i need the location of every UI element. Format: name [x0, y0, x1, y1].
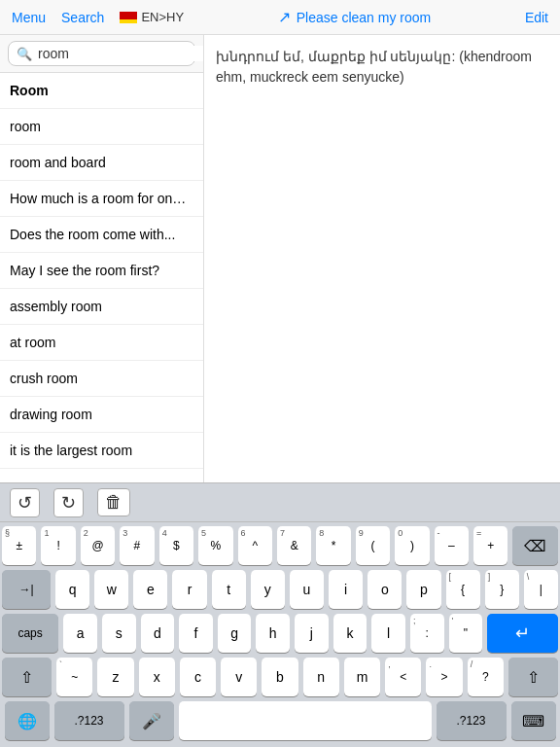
key-z[interactable]: z — [97, 658, 133, 696]
right-panel: խնդրում եմ, մաքրեք իմ սենյակը: (khendroo… — [204, 35, 560, 482]
key-gt[interactable]: >. — [426, 658, 462, 696]
keyboard-toolbar: ↺ ↻ 🗑 — [0, 483, 560, 522]
mic-key[interactable]: 🎤 — [129, 701, 174, 740]
key-lparen[interactable]: (9 — [356, 526, 390, 565]
tab-key[interactable]: →| — [2, 570, 51, 609]
menu-button[interactable]: Menu — [12, 10, 46, 25]
key-question[interactable]: ?/ — [468, 658, 504, 696]
list-item[interactable]: room and board — [0, 145, 203, 181]
key-dash[interactable]: –- — [435, 526, 469, 565]
list-item[interactable]: crush room — [0, 361, 203, 397]
key-k[interactable]: k — [333, 614, 368, 653]
top-bar-left: Menu Search EN>HY — [12, 10, 184, 25]
shift-left-key[interactable]: ⇧ — [2, 658, 52, 696]
caps-key[interactable]: caps — [2, 614, 58, 653]
globe-key[interactable]: 🌐 — [5, 701, 50, 740]
key-lt[interactable]: <, — [385, 658, 421, 696]
edit-button[interactable]: Edit — [525, 10, 548, 25]
list-item[interactable]: Does the room come with... — [0, 217, 203, 253]
keyboard-switch-key[interactable]: ⌨ — [511, 701, 556, 740]
list-item[interactable]: Room — [0, 73, 203, 109]
return-key[interactable]: ↵ — [487, 614, 558, 653]
language-selector[interactable]: EN>HY — [120, 10, 184, 24]
key-row-zxcv: ⇧ ~` z x c v b n m <, >. ?/ ⇧ — [2, 658, 558, 696]
key-percent[interactable]: %5 — [198, 526, 232, 565]
key-row-numbers: ±§ !1 @2 #3 $4 %5 ^6 &7 *8 (9 )0 –- += ⌫ — [2, 526, 558, 565]
transfer-icon[interactable]: ↗ — [278, 8, 291, 26]
key-caret[interactable]: ^6 — [238, 526, 272, 565]
key-r[interactable]: r — [172, 570, 206, 609]
key-t[interactable]: t — [212, 570, 246, 609]
key-lbrace[interactable]: {[ — [446, 570, 480, 609]
key-b[interactable]: b — [262, 658, 298, 696]
key-f[interactable]: f — [179, 614, 213, 653]
key-dquote[interactable]: "' — [449, 614, 483, 653]
top-bar: Menu Search EN>HY ↗ Please clean my room… — [0, 0, 560, 35]
result-list: Roomroomroom and boardHow much is a room… — [0, 73, 203, 482]
list-item[interactable]: May I see the room first? — [0, 253, 203, 289]
key-a[interactable]: a — [63, 614, 97, 653]
key-colon[interactable]: :; — [410, 614, 444, 653]
search-icon: 🔍 — [17, 47, 32, 61]
key-n[interactable]: n — [303, 658, 339, 696]
list-item[interactable]: at room — [0, 325, 203, 361]
key-m[interactable]: m — [344, 658, 380, 696]
key-rbrace[interactable]: }] — [485, 570, 519, 609]
key-row-qwerty: →| q w e r t y u i o p {[ }] |\ — [2, 570, 558, 609]
left-panel: 🔍 ✕ Roomroomroom and boardHow much is a … — [0, 35, 204, 482]
key-s[interactable]: s — [102, 614, 136, 653]
num-punct-left-key[interactable]: .?123 — [54, 701, 124, 740]
search-button[interactable]: Search — [61, 10, 104, 25]
key-rparen[interactable]: )0 — [395, 526, 429, 565]
key-section-sign[interactable]: ±§ — [2, 526, 36, 565]
key-v[interactable]: v — [221, 658, 257, 696]
key-row-bottom: 🌐 .?123 🎤 .?123 ⌨ — [2, 701, 558, 740]
key-j[interactable]: j — [295, 614, 329, 653]
key-exclaim[interactable]: !1 — [41, 526, 75, 565]
delete-key[interactable]: ⌫ — [512, 526, 558, 565]
list-item[interactable]: How much is a room for one perso... — [0, 181, 203, 217]
key-dollar[interactable]: $4 — [159, 526, 193, 565]
undo-button[interactable]: ↺ — [10, 488, 40, 517]
list-item[interactable]: my room — [0, 469, 203, 482]
flag-icon — [120, 12, 137, 23]
key-p[interactable]: p — [406, 570, 440, 609]
translation-text: խնդրում եմ, մաքրեք իմ սենյակը: (khendroo… — [216, 47, 548, 88]
key-star[interactable]: *8 — [316, 526, 350, 565]
key-c[interactable]: c — [180, 658, 216, 696]
key-q[interactable]: q — [55, 570, 89, 609]
key-u[interactable]: u — [290, 570, 324, 609]
lang-label: EN>HY — [141, 10, 184, 24]
search-input[interactable] — [38, 46, 204, 61]
key-d[interactable]: d — [141, 614, 175, 653]
clipboard-button[interactable]: 🗑 — [97, 488, 130, 516]
search-input-wrapper[interactable]: 🔍 ✕ — [8, 41, 195, 66]
key-l[interactable]: l — [371, 614, 405, 653]
space-key[interactable] — [179, 701, 432, 740]
top-title: Please clean my room — [297, 10, 432, 25]
shift-right-key[interactable]: ⇧ — [508, 658, 558, 696]
key-plus[interactable]: += — [473, 526, 508, 565]
key-w[interactable]: w — [94, 570, 128, 609]
list-item[interactable]: room — [0, 109, 203, 145]
key-h[interactable]: h — [256, 614, 290, 653]
redo-button[interactable]: ↻ — [53, 488, 84, 517]
list-item[interactable]: it is the largest room — [0, 433, 203, 469]
num-punct-right-key[interactable]: .?123 — [437, 701, 507, 740]
search-box: 🔍 ✕ — [0, 35, 203, 73]
key-at[interactable]: @2 — [81, 526, 115, 565]
key-g[interactable]: g — [218, 614, 252, 653]
list-item[interactable]: assembly room — [0, 289, 203, 325]
key-o[interactable]: o — [368, 570, 402, 609]
main-content: 🔍 ✕ Roomroomroom and boardHow much is a … — [0, 35, 560, 482]
key-e[interactable]: e — [133, 570, 167, 609]
key-x[interactable]: x — [139, 658, 175, 696]
key-y[interactable]: y — [251, 570, 285, 609]
key-i[interactable]: i — [329, 570, 363, 609]
key-hash[interactable]: #3 — [120, 526, 154, 565]
list-item[interactable]: drawing room — [0, 397, 203, 433]
key-pipe[interactable]: |\ — [524, 570, 558, 609]
key-tilde[interactable]: ~` — [56, 658, 92, 696]
top-bar-center: ↗ Please clean my room — [278, 8, 432, 26]
key-amp[interactable]: &7 — [277, 526, 311, 565]
